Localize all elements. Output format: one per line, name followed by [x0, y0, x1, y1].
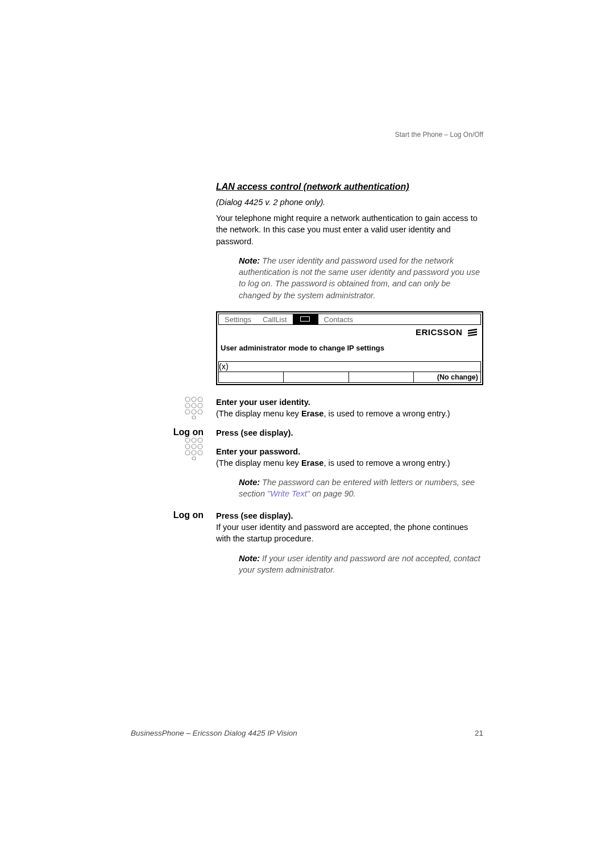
keypad-icon [184, 437, 204, 460]
step-2-bold: Press (see display). [216, 428, 293, 437]
svg-point-2 [198, 397, 202, 402]
step-4-bold: Press (see display). [216, 511, 293, 520]
phone-display-topbar: Settings CallList Contacts [218, 314, 481, 325]
note-2: Note: The password can be entered with l… [239, 477, 483, 500]
svg-point-15 [198, 444, 202, 449]
svg-point-9 [192, 416, 196, 419]
svg-point-17 [192, 450, 196, 455]
phone-brand: ERICSSON [217, 325, 482, 338]
svg-point-16 [185, 450, 190, 455]
svg-point-19 [192, 457, 196, 460]
footer-title: BusinessPhone – Ericsson Dialog 4425 IP … [131, 729, 297, 737]
step-2-left: Log on [131, 427, 216, 469]
note-label: Note: [239, 256, 260, 265]
svg-point-0 [185, 397, 190, 402]
logon-label-2: Log on [173, 510, 204, 520]
step-4-left: Log on [131, 510, 216, 545]
phone-display-cell-2 [284, 372, 349, 382]
svg-point-11 [192, 438, 196, 443]
ericsson-logo-icon [467, 328, 479, 338]
step-1-paren: (The display menu key Erase, is used to … [216, 409, 450, 418]
note-label: Note: [239, 478, 260, 487]
step-2-text: Press (see display). Enter your password… [216, 427, 483, 469]
step-1-bold: Enter your user identity. [216, 398, 310, 407]
svg-point-7 [192, 410, 196, 414]
svg-point-13 [185, 444, 190, 449]
tab-calllist: CallList [257, 315, 293, 324]
step-1-left [131, 397, 216, 420]
keypad-icon [184, 397, 204, 419]
step-4-text: Press (see display). If your user identi… [216, 510, 483, 545]
phone-display-botbar: (No change) [218, 372, 481, 383]
svg-point-8 [198, 410, 202, 414]
phone-display: Settings CallList Contacts ERICSSON User… [216, 311, 483, 385]
note-3: Note: If your user identity and password… [239, 553, 483, 576]
step-2-row: Log on Press (see display). Enter your p… [131, 427, 483, 469]
page-footer: BusinessPhone – Ericsson Dialog 4425 IP … [131, 729, 483, 737]
intro-paragraph: Your telephone might require a network a… [216, 212, 483, 247]
note-text: The user identity and password used for … [239, 256, 480, 300]
svg-point-18 [198, 450, 202, 455]
svg-point-14 [192, 444, 196, 449]
svg-point-5 [198, 403, 202, 408]
section-subtitle: (Dialog 4425 v. 2 phone only). [216, 198, 483, 207]
note-text: If your user identity and password are n… [239, 554, 480, 574]
svg-point-3 [185, 403, 190, 408]
phone-display-row-x: (x) [218, 361, 481, 372]
step-4-row: Log on Press (see display). If your user… [131, 510, 483, 545]
svg-point-12 [198, 438, 202, 443]
note-1: Note: The user identity and password use… [239, 255, 483, 301]
phone-display-nochange: (No change) [414, 372, 480, 382]
phone-display-cell-1 [219, 372, 284, 382]
note-text-suffix: on page 90. [310, 489, 356, 498]
svg-point-4 [192, 403, 196, 408]
logon-label-1: Log on [173, 427, 204, 437]
svg-point-10 [185, 438, 190, 443]
brand-text: ERICSSON [416, 327, 462, 337]
svg-point-1 [192, 397, 196, 402]
tab-settings: Settings [219, 315, 257, 324]
tab-divider-icon [293, 314, 318, 324]
step-3-paren: (The display menu key Erase, is used to … [216, 458, 450, 468]
step-4-body: If your user identity and password are a… [216, 523, 468, 543]
page-content: LAN access control (network authenticati… [131, 131, 483, 586]
step-1-text: Enter your user identity. (The display m… [216, 397, 483, 420]
footer-page-number: 21 [475, 729, 483, 737]
phone-display-cell-3 [349, 372, 414, 382]
section-heading: LAN access control (network authenticati… [216, 182, 483, 192]
phone-display-x: (x) [219, 362, 480, 371]
step-1-row: Enter your user identity. (The display m… [131, 397, 483, 420]
write-text-link[interactable]: "Write Text" [267, 489, 310, 498]
phone-display-message: User administrator mode to change IP set… [217, 338, 482, 361]
svg-point-6 [185, 410, 190, 414]
step-3-bold: Enter your password. [216, 447, 300, 456]
note-label: Note: [239, 554, 260, 563]
tab-contacts: Contacts [318, 315, 359, 324]
